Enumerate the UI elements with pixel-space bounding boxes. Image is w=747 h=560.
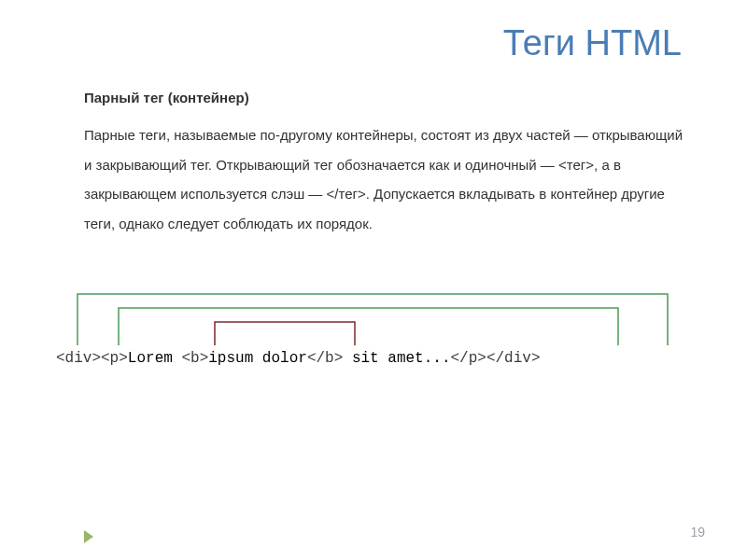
- page-title: Теги HTML: [84, 23, 691, 63]
- tag-b-close: </b>: [307, 350, 343, 367]
- tag-div-close: </div>: [486, 350, 541, 367]
- body-paragraph: Парные теги, называемые по-другому конте…: [84, 120, 691, 238]
- code-example: <div><p>Lorem <b>ipsum dolor</b> sit ame…: [56, 350, 700, 367]
- tag-nesting-diagram: <div><p>Lorem <b>ipsum dolor</b> sit ame…: [56, 285, 700, 397]
- tag-p-close: </p>: [451, 350, 486, 367]
- code-text: ipsum dolor: [208, 350, 307, 367]
- slide: Теги HTML Парный тег (контейнер) Парные …: [0, 0, 747, 560]
- code-text: sit amet...: [343, 350, 450, 367]
- code-text: Lorem: [128, 350, 182, 367]
- tag-p-open: <p>: [101, 350, 128, 367]
- tag-div-open: <div>: [56, 350, 101, 367]
- section-subtitle: Парный тег (контейнер): [84, 90, 691, 105]
- tag-b-open: <b>: [181, 350, 208, 367]
- slide-marker-icon: [84, 530, 93, 543]
- page-number: 19: [690, 525, 705, 539]
